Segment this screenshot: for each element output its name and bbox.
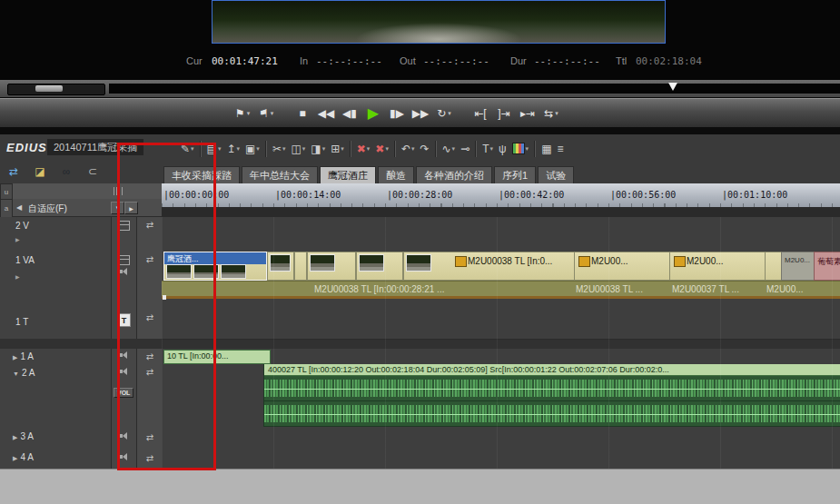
tab-sequence-6[interactable]: 序列1 xyxy=(494,166,536,183)
delete-button[interactable]: ✖▾ xyxy=(354,138,373,160)
video-clip-5[interactable] xyxy=(356,252,403,281)
next-frame-button[interactable]: ▮▶ xyxy=(387,103,407,124)
patch-icon[interactable]: ⇄ xyxy=(146,254,153,264)
track-header-1a[interactable]: ▶1 A ⇄ xyxy=(0,349,162,365)
tab-sequence-4[interactable]: 酿造 xyxy=(378,166,414,183)
rewind-button[interactable]: ◀◀ xyxy=(316,103,336,124)
paste-button[interactable]: ◨▾ xyxy=(308,138,328,160)
expand-button[interactable]: ▶ xyxy=(124,202,138,214)
rubber-band-handle[interactable] xyxy=(163,295,166,300)
next-edit-point-button[interactable]: ▸⇥ xyxy=(518,103,538,124)
audio-clip-2[interactable]: 400027 TL [In:00:00:12:20 Out:00:02:18:0… xyxy=(263,364,840,427)
video-clip-7[interactable]: M2U00... xyxy=(574,252,670,281)
tab-sequence-1[interactable]: 丰收采摘踩踏 xyxy=(163,166,240,183)
undo-button[interactable]: ↶▾ xyxy=(399,138,418,160)
expand-icon[interactable]: ▶ xyxy=(15,236,20,242)
track-mode-row[interactable]: ◀ 自适应(F) ▼ ▶ xyxy=(12,199,162,217)
expand-icon[interactable]: ▶ xyxy=(13,434,17,440)
track-content-1va[interactable]: 鹰冠酒... M2U00038 TL [In:0... M2U00... M2U… xyxy=(162,252,840,311)
panel-settings-button[interactable]: ≡ xyxy=(554,138,566,160)
tab-sequence-2[interactable]: 年中总结大会 xyxy=(242,166,318,183)
play-button[interactable]: ▶ xyxy=(363,103,383,124)
track-header-3a[interactable]: ▶3 A ⇄ xyxy=(0,427,162,449)
insert-clip-button[interactable]: ⊞▾ xyxy=(328,138,347,160)
speaker-icon[interactable] xyxy=(120,453,129,460)
add-key-button[interactable]: ⊸ xyxy=(458,138,472,160)
fast-forward-button[interactable]: ▶▶ xyxy=(410,103,430,124)
track-header-2a[interactable]: ▼2 A VOL ⇄ xyxy=(0,364,162,428)
loop-playback-button[interactable]: ↻▾ xyxy=(434,103,454,124)
video-clip-11[interactable]: 葡萄素... xyxy=(814,252,840,281)
new-sequence-button[interactable]: ▤▾ xyxy=(204,138,224,160)
bin-window-button[interactable]: ▦ xyxy=(539,138,554,160)
video-clip-2[interactable] xyxy=(267,252,294,281)
patch-icon[interactable]: ⇄ xyxy=(146,312,153,322)
video-clip-8[interactable]: M2U00... xyxy=(669,252,766,281)
panel-width-handle-icon[interactable] xyxy=(114,187,124,195)
patch-icon[interactable]: ⇄ xyxy=(146,220,153,230)
video-clip-1-selected[interactable]: 鹰冠酒... xyxy=(163,252,267,281)
export-button[interactable]: ↥▾ xyxy=(223,138,242,160)
set-in-point-button[interactable]: ⚑▾ xyxy=(232,103,252,124)
razor-tool-button[interactable]: ✎▾ xyxy=(178,138,197,160)
voiceover-button[interactable]: ψ xyxy=(496,138,509,160)
expand-icon[interactable]: ▶ xyxy=(13,455,17,461)
track-content-2a[interactable]: 400027 TL [In:00:00:12:20 Out:00:02:18:0… xyxy=(162,364,840,428)
title-track-icon[interactable]: T xyxy=(117,313,131,327)
patch-icon[interactable]: ⇄ xyxy=(146,351,153,361)
player-export-button[interactable]: ⇆▾ xyxy=(541,103,561,124)
collapse-button[interactable]: ▼ xyxy=(111,202,124,214)
copy-button[interactable]: ◫▾ xyxy=(288,138,308,160)
stereo-view-button[interactable]: ∞ xyxy=(56,163,76,180)
track-content-2v[interactable] xyxy=(162,217,840,252)
tab-sequence-5[interactable]: 各种酒的介绍 xyxy=(416,166,492,183)
video-mute-icon[interactable] xyxy=(118,255,130,265)
collapse-icon[interactable]: ▼ xyxy=(13,371,19,377)
save-project-button[interactable]: ▣▾ xyxy=(242,138,262,160)
track-header-1va[interactable]: 1 VA ▶ ⇄ xyxy=(0,252,162,311)
tab-sequence-7[interactable]: 试验 xyxy=(538,166,574,183)
speaker-icon[interactable] xyxy=(120,268,129,275)
track-content-4a[interactable] xyxy=(162,448,840,469)
track-content-3a[interactable] xyxy=(162,427,840,449)
expand-icon[interactable]: ▶ xyxy=(13,354,17,361)
track-content-1t[interactable] xyxy=(162,310,840,340)
track-content-1a[interactable]: 10 TL [In:00:00... xyxy=(162,349,840,365)
add-transition-button[interactable]: ∿▾ xyxy=(440,138,459,160)
title-tool-button[interactable]: T▾ xyxy=(479,138,496,160)
sync-point-button[interactable]: ⇄ xyxy=(4,163,24,180)
speaker-icon[interactable] xyxy=(120,351,129,359)
video-clip-4[interactable] xyxy=(307,252,356,281)
video-clip-10[interactable]: M2U0... xyxy=(781,252,815,281)
stop-button[interactable]: ■ xyxy=(292,103,312,124)
audio-clip-1[interactable]: 10 TL [In:00:00... xyxy=(163,350,271,364)
shuttle-slider[interactable] xyxy=(7,84,105,95)
video-clip-3[interactable] xyxy=(294,252,307,281)
speaker-icon[interactable] xyxy=(120,432,129,440)
vol-button[interactable]: VOL xyxy=(114,388,133,398)
goto-in-point-button[interactable]: ⇤[ xyxy=(470,103,490,124)
video-clip-9[interactable] xyxy=(765,252,782,281)
expand-icon[interactable]: ▶ xyxy=(15,273,20,280)
patch-icon[interactable]: ⇄ xyxy=(146,453,153,463)
rubber-band-line[interactable] xyxy=(162,296,840,299)
position-bar[interactable] xyxy=(109,84,840,94)
timeline-ruler[interactable]: |00:00:00:00 |00:00:14:00 |00:00:28:00 |… xyxy=(162,183,840,208)
set-out-point-button[interactable]: ⚑▾ xyxy=(256,103,276,124)
video-mute-icon[interactable] xyxy=(118,221,130,231)
goto-out-point-button[interactable]: ]⇥ xyxy=(494,103,514,124)
shuttle-slider-handle[interactable] xyxy=(35,85,63,92)
track-header-4a[interactable]: ▶4 A ⇄ xyxy=(0,448,162,469)
previous-frame-button[interactable]: ◀▮ xyxy=(340,103,360,124)
transition-mode-button[interactable]: ◪ xyxy=(30,163,50,180)
patch-icon[interactable]: ⇄ xyxy=(146,367,153,377)
audio-mixer-button[interactable]: ▾ xyxy=(509,138,532,160)
track-header-2v[interactable]: 2 V ▶ ⇄ xyxy=(0,217,162,252)
capture-button[interactable]: ⊂ xyxy=(83,163,103,180)
video-clip-6[interactable]: M2U00038 TL [In:0... xyxy=(403,252,575,281)
redo-button[interactable]: ↷ xyxy=(417,138,431,160)
playhead-marker[interactable] xyxy=(668,83,677,91)
ripple-delete-button[interactable]: ✖▾ xyxy=(372,138,391,160)
tab-sequence-3-active[interactable]: 鹰冠酒庄 xyxy=(320,166,376,183)
cut-button[interactable]: ✂▾ xyxy=(270,138,289,160)
